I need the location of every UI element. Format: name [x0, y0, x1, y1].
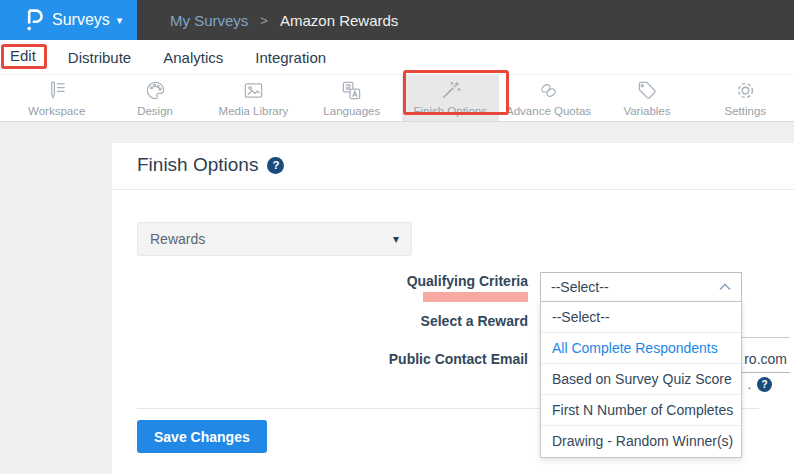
toolbar-item-languages[interactable]: Languages [303, 75, 400, 121]
qualifying-criteria-option[interactable]: Drawing - Random Winner(s) [541, 426, 741, 457]
workspace-icon [45, 79, 68, 102]
help-icon[interactable] [757, 377, 772, 392]
toolbar-item-settings[interactable]: Settings [697, 75, 794, 121]
edit-toolbar: Workspace Design Media Library Languag [0, 75, 794, 122]
top-bar: Surveys ▾ My Surveys > Amazon Rewards [0, 0, 794, 40]
public-contact-email-label: Public Contact Email [137, 351, 528, 367]
email-helper-text: . [747, 377, 751, 392]
page-title: Finish Options [137, 154, 258, 176]
toolbar-label: Languages [323, 105, 380, 117]
survey-type-value: Rewards [150, 231, 205, 247]
toolbar-item-advance-quotas[interactable]: Advance Quotas [500, 75, 597, 121]
nav-tab-integration[interactable]: Integration [255, 49, 326, 66]
nav-tab-edit[interactable]: Edit [10, 47, 36, 68]
product-switcher[interactable]: Surveys ▾ [0, 0, 137, 40]
toolbar-item-finish-options[interactable]: Finish Options [402, 75, 499, 121]
breadcrumb-my-surveys[interactable]: My Surveys [170, 12, 248, 29]
toolbar-item-media-library[interactable]: Media Library [205, 75, 302, 121]
finish-options-panel: Finish Options Rewards ▾ Qualifying Crit… [112, 143, 794, 474]
languages-icon [340, 79, 363, 102]
product-name: Surveys [52, 11, 110, 29]
page-title-row: Finish Options [137, 154, 284, 176]
finish-options-icon [439, 79, 462, 102]
media-library-icon [242, 79, 265, 102]
variables-icon [635, 79, 658, 102]
nav-tab-analytics[interactable]: Analytics [163, 49, 223, 66]
save-changes-button[interactable]: Save Changes [137, 420, 267, 453]
settings-icon [734, 79, 757, 102]
title-divider [112, 189, 794, 190]
breadcrumb-separator: > [260, 13, 268, 28]
questionpro-logo-icon [26, 9, 43, 31]
qualifying-criteria-option[interactable]: First N Number of Completes [541, 395, 741, 426]
help-icon[interactable] [267, 157, 284, 174]
toolbar-label: Variables [623, 105, 670, 117]
qualifying-criteria-option[interactable]: --Select-- [541, 302, 741, 333]
main-nav: Edit Distribute Analytics Integration [0, 40, 794, 75]
toolbar-label: Settings [725, 105, 767, 117]
nav-tab-distribute[interactable]: Distribute [68, 49, 131, 66]
qualifying-criteria-dropdown: --Select--All Complete RespondentsBased … [540, 301, 742, 458]
caret-down-icon: ▾ [393, 233, 399, 245]
survey-type-select[interactable]: Rewards ▾ [137, 222, 412, 256]
qualifying-criteria-label: Qualifying Criteria [137, 273, 528, 289]
select-a-reward-label: Select a Reward [137, 313, 528, 329]
qualifying-criteria-select[interactable]: --Select-- [540, 272, 742, 302]
toolbar-label: Workspace [28, 105, 85, 117]
toolbar-item-workspace[interactable]: Workspace [8, 75, 105, 121]
caret-down-icon: ▾ [117, 15, 123, 26]
toolbar-label: Media Library [219, 105, 289, 117]
breadcrumb: My Surveys > Amazon Rewards [137, 0, 794, 40]
toolbar-label: Design [137, 105, 173, 117]
qualifying-criteria-value: --Select-- [551, 279, 609, 295]
qualifying-criteria-option[interactable]: All Complete Respondents [541, 333, 741, 364]
chevron-up-icon [719, 283, 731, 291]
breadcrumb-current-survey: Amazon Rewards [280, 12, 398, 29]
toolbar-label: Finish Options [413, 105, 487, 117]
qualifying-criteria-option[interactable]: Based on Survey Quiz Score [541, 364, 741, 395]
app-window: Surveys ▾ My Surveys > Amazon Rewards Ed… [0, 0, 794, 474]
toolbar-label: Advance Quotas [506, 105, 591, 117]
design-icon [144, 79, 167, 102]
advance-quotas-icon [537, 79, 560, 102]
qualifying-criteria-highlight [423, 292, 528, 302]
toolbar-item-design[interactable]: Design [106, 75, 203, 121]
toolbar-item-variables[interactable]: Variables [598, 75, 695, 121]
